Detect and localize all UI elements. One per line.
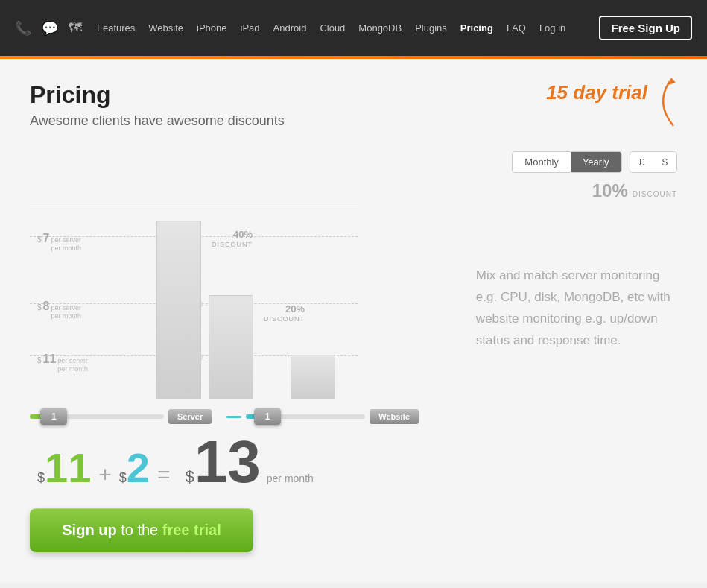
phone-icon: 📞 xyxy=(15,20,31,37)
map-icon: 🗺 xyxy=(69,20,82,37)
total-value: 13 xyxy=(194,432,261,492)
price-label-7: $ 7 per serverper month xyxy=(37,232,81,253)
nav-iphone[interactable]: iPhone xyxy=(197,22,226,34)
website-label: Website xyxy=(370,409,419,424)
chat-icon: 💬 xyxy=(42,20,58,37)
discount-percentage: 10% xyxy=(592,180,628,201)
nav-android[interactable]: Android xyxy=(273,22,307,34)
billing-toggle: Monthly Yearly xyxy=(512,151,621,173)
navbar: 📞 💬 🗺 Features Website iPhone iPad Andro… xyxy=(0,0,707,56)
total-section: $ 13 per month xyxy=(186,432,314,493)
usd-button[interactable]: $ xyxy=(653,152,676,172)
server-dollar: $ xyxy=(37,470,45,486)
controls-row: Monthly Yearly £ $ xyxy=(30,151,677,173)
website-slider-track-wrap: 1 xyxy=(246,408,365,425)
signup-to: to the xyxy=(117,522,162,538)
nav-mongodb[interactable]: MongoDB xyxy=(358,22,402,34)
equals-sign: = xyxy=(157,462,171,487)
discount-row: 10% DISCOUNT xyxy=(30,180,677,201)
website-handle[interactable]: 1 xyxy=(254,408,281,425)
server-slider-row: 1 Server xyxy=(30,408,212,425)
discount-label: DISCOUNT xyxy=(633,190,677,198)
nav-icons: 📞 💬 🗺 xyxy=(15,20,82,37)
website-dollar: $ xyxy=(119,470,127,486)
sliders-container: 1 Server 1 xyxy=(30,408,461,425)
plus-sign: + xyxy=(98,462,112,487)
server-value: 11 xyxy=(45,447,91,489)
nav-website[interactable]: Website xyxy=(148,22,183,34)
nav-login[interactable]: Log in xyxy=(539,22,565,34)
nav-links: Features Website iPhone iPad Android Clo… xyxy=(97,22,599,34)
discount-40: 40% xyxy=(233,229,253,240)
discount-label-40: DISCOUNT xyxy=(212,241,253,248)
page-subtitle: Awesome clients have awesome discounts xyxy=(30,113,677,129)
server-slider-track-wrap: 1 xyxy=(30,408,164,425)
server-label: Server xyxy=(168,409,212,424)
trial-annotation: 15 day trial xyxy=(546,81,647,104)
right-section: Mix and match server monitoring e.g. CPU… xyxy=(461,206,677,352)
website-slider-row: 1 Website xyxy=(226,408,419,425)
description-text: Mix and match server monitoring e.g. CPU… xyxy=(476,265,677,352)
pricing-layout: 50 - 10 - $ 7 per serverper month $ 8 pe… xyxy=(30,206,677,552)
nav-signup-button[interactable]: Free Sign Up xyxy=(599,16,692,40)
price-label-8: $ 8 per serverper month xyxy=(37,300,81,320)
website-indicator xyxy=(226,416,241,418)
bar-mid: 20% DISCOUNT xyxy=(209,295,253,399)
left-section: 50 - 10 - $ 7 per serverper month $ 8 pe… xyxy=(30,206,461,552)
server-slider-group: 1 Server xyxy=(30,408,212,425)
bar-short xyxy=(291,355,335,399)
yearly-toggle[interactable]: Yearly xyxy=(571,152,621,172)
website-slider-group: 1 Website xyxy=(226,408,419,425)
nav-cloud[interactable]: Cloud xyxy=(320,22,345,34)
server-calc: $ 11 xyxy=(37,447,91,489)
calculation-row: $ 11 + $ 2 = $ 13 per month xyxy=(37,432,461,493)
per-month-label: per month xyxy=(267,472,314,484)
server-handle[interactable]: 1 xyxy=(40,408,67,425)
signup-free-trial: free trial xyxy=(162,522,221,538)
main-content: 15 day trial Pricing Awesome clients hav… xyxy=(0,59,707,582)
currency-toggle: £ $ xyxy=(630,151,677,173)
nav-pricing[interactable]: Pricing xyxy=(460,22,493,34)
signup-button[interactable]: Sign up to the free trial xyxy=(30,508,253,552)
nav-ipad[interactable]: iPad xyxy=(241,22,260,34)
monthly-toggle[interactable]: Monthly xyxy=(513,152,571,172)
total-dollar: $ xyxy=(186,467,194,487)
price-label-11: $ 11 per serverper month xyxy=(37,353,88,373)
chart-area: 50 - 10 - $ 7 per serverper month $ 8 pe… xyxy=(30,206,358,399)
website-value: 2 xyxy=(127,447,150,489)
trial-arrow-icon xyxy=(633,74,685,133)
signup-bold: Sign up xyxy=(62,522,116,538)
bar-tall: 40% DISCOUNT xyxy=(156,221,201,399)
signup-button-wrap: Sign up to the free trial xyxy=(30,508,461,552)
nav-faq[interactable]: FAQ xyxy=(507,22,526,34)
discount-20: 20% xyxy=(285,303,305,314)
nav-features[interactable]: Features xyxy=(97,22,135,34)
discount-label-20: DISCOUNT xyxy=(264,315,305,323)
website-calc: $ 2 xyxy=(119,447,150,489)
nav-plugins[interactable]: Plugins xyxy=(415,22,447,34)
gbp-button[interactable]: £ xyxy=(630,152,653,172)
